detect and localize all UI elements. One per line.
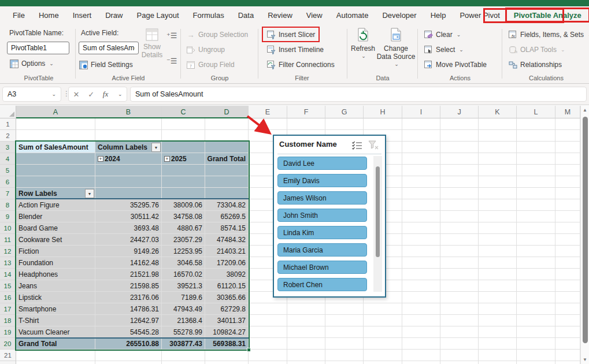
cell-M10[interactable] (555, 222, 580, 234)
row-header-9[interactable]: 9 (0, 211, 16, 222)
cell-J12[interactable] (440, 246, 479, 257)
cell-K4[interactable] (479, 153, 517, 165)
filter-connections-button[interactable]: Filter Connections (266, 60, 335, 69)
cell-L14[interactable] (517, 269, 555, 280)
cell-B11[interactable]: 24427.03 (95, 234, 162, 246)
cell-I11[interactable] (402, 234, 440, 246)
cell-D7[interactable] (205, 188, 249, 199)
cell-D6[interactable] (205, 176, 249, 188)
cell-I12[interactable] (402, 246, 440, 257)
cell-L6[interactable] (517, 176, 555, 188)
cell-J2[interactable] (440, 130, 479, 142)
change-data-source-button[interactable]: Change Data Source ⌄ (376, 28, 416, 67)
tab-home[interactable]: Home (32, 6, 66, 24)
cell-I19[interactable] (402, 326, 440, 338)
cell-L17[interactable] (517, 303, 555, 315)
cell-B17[interactable]: 14786.31 (95, 303, 162, 315)
cell-J8[interactable] (440, 199, 479, 211)
cell-M8[interactable] (555, 199, 580, 211)
cell-D16[interactable]: 30365.66 (205, 292, 249, 303)
column-header-F[interactable]: F (287, 106, 325, 118)
cell-D3[interactable] (205, 142, 249, 153)
cell-B2[interactable] (95, 130, 162, 142)
tab-review[interactable]: Review (261, 6, 299, 24)
cell-L16[interactable] (517, 292, 555, 303)
cell-G19[interactable] (325, 326, 364, 338)
cell-K13[interactable] (479, 257, 517, 269)
row-header-19[interactable]: 19 (0, 326, 16, 338)
row-header-17[interactable]: 17 (0, 303, 16, 315)
cell-C10[interactable]: 4880.67 (162, 222, 205, 234)
cell-G22[interactable] (325, 361, 364, 364)
cell-A20[interactable]: Grand Total (16, 338, 95, 350)
tab-data[interactable]: Data (231, 6, 261, 24)
relationships-button[interactable]: Relationships (508, 60, 562, 69)
cell-L1[interactable] (517, 118, 555, 130)
cell-L11[interactable] (517, 234, 555, 246)
cell-I2[interactable] (402, 130, 440, 142)
cell-J10[interactable] (440, 222, 479, 234)
cell-D12[interactable]: 21403.21 (205, 246, 249, 257)
row-header-14[interactable]: 14 (0, 269, 16, 280)
cell-J22[interactable] (440, 361, 479, 364)
cell-C12[interactable]: 12253.95 (162, 246, 205, 257)
cell-A1[interactable] (16, 118, 95, 130)
cell-M5[interactable] (555, 165, 580, 176)
row-header-7[interactable]: 7 (0, 188, 16, 199)
cell-K18[interactable] (479, 315, 517, 326)
cell-D13[interactable]: 17209.06 (205, 257, 249, 269)
row-header-22[interactable]: 22 (0, 361, 16, 364)
cell-J11[interactable] (440, 234, 479, 246)
tab-formulas[interactable]: Formulas (186, 6, 231, 24)
cell-C8[interactable]: 38009.06 (162, 199, 205, 211)
cell-K22[interactable] (479, 361, 517, 364)
cell-L4[interactable] (517, 153, 555, 165)
vertical-scrollbar[interactable]: ▲ ▼ (580, 106, 589, 364)
slicer-item-michael-brown[interactable]: Michael Brown (277, 261, 367, 274)
cell-C20[interactable]: 303877.43 (162, 338, 205, 350)
cell-B20[interactable]: 265510.88 (95, 338, 162, 350)
row-header-13[interactable]: 13 (0, 257, 16, 269)
cell-C3[interactable] (162, 142, 205, 153)
cell-J13[interactable] (440, 257, 479, 269)
row-header-18[interactable]: 18 (0, 315, 16, 326)
refresh-button[interactable]: Refresh ⌄ (350, 28, 376, 59)
cell-A4[interactable] (16, 153, 95, 165)
cell-C9[interactable]: 34758.08 (162, 211, 205, 222)
cell-C14[interactable]: 16570.02 (162, 269, 205, 280)
cell-L3[interactable] (517, 142, 555, 153)
cell-A12[interactable]: Fiction (16, 246, 95, 257)
cell-M19[interactable] (555, 326, 580, 338)
cell-A14[interactable]: Headphones (16, 269, 95, 280)
row-header-5[interactable]: 5 (0, 165, 16, 176)
cell-B9[interactable]: 30511.42 (95, 211, 162, 222)
cell-D2[interactable] (205, 130, 249, 142)
slicer-item-linda-kim[interactable]: Linda Kim (277, 226, 367, 239)
cell-B15[interactable]: 21598.85 (95, 280, 162, 292)
cell-J6[interactable] (440, 176, 479, 188)
cell-D18[interactable]: 34011.37 (205, 315, 249, 326)
cell-M14[interactable] (555, 269, 580, 280)
cell-I6[interactable] (402, 176, 440, 188)
cell-B8[interactable]: 35295.76 (95, 199, 162, 211)
cell-D21[interactable] (205, 350, 249, 361)
cell-D4[interactable]: Grand Total (205, 153, 249, 165)
cell-K1[interactable] (479, 118, 517, 130)
cell-J15[interactable] (440, 280, 479, 292)
cell-D14[interactable]: 38092 (205, 269, 249, 280)
cell-I20[interactable] (402, 338, 440, 350)
cell-K16[interactable] (479, 292, 517, 303)
cell-B6[interactable] (95, 176, 162, 188)
cell-D19[interactable]: 109824.27 (205, 326, 249, 338)
cell-K15[interactable] (479, 280, 517, 292)
tab-file[interactable]: File (6, 6, 32, 24)
cell-K12[interactable] (479, 246, 517, 257)
cell-F19[interactable] (287, 326, 325, 338)
slicer-scrollbar-thumb[interactable] (376, 166, 380, 257)
cell-K19[interactable] (479, 326, 517, 338)
move-pivottable-button[interactable]: Move PivotTable (424, 60, 487, 69)
tab-help[interactable]: Help (424, 6, 453, 24)
cell-A2[interactable] (16, 130, 95, 142)
slicer-item-maria-garcia[interactable]: Maria Garcia (277, 243, 367, 257)
cell-L20[interactable] (517, 338, 555, 350)
